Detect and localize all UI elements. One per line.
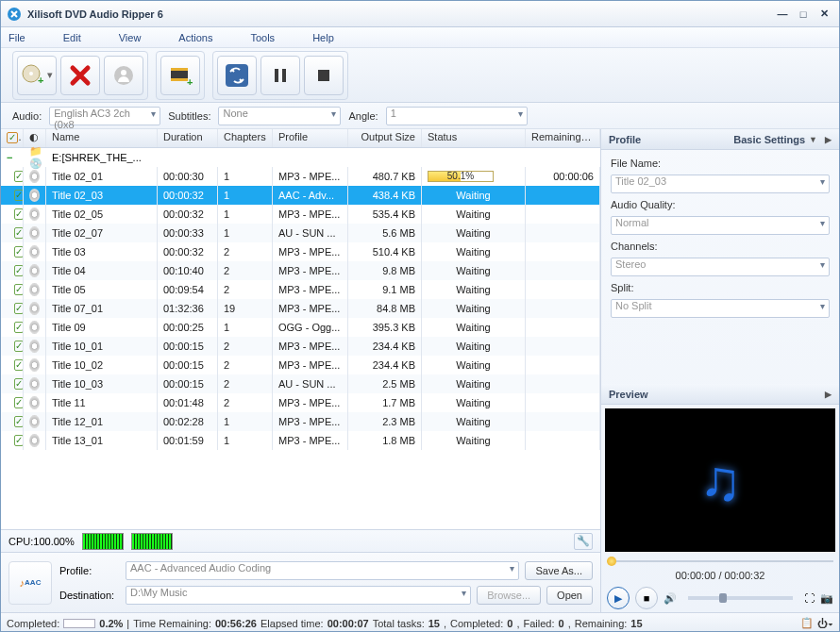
table-row[interactable]: Title 10_0100:00:152MP3 - MPE...234.4 KB… bbox=[1, 337, 600, 356]
browse-button[interactable]: Browse... bbox=[477, 586, 541, 605]
angle-select[interactable]: 1 bbox=[386, 107, 528, 125]
preview-screen[interactable]: ♫ bbox=[605, 408, 835, 552]
row-checkbox[interactable] bbox=[14, 190, 24, 201]
table-row[interactable]: Title 13_0100:01:591MP3 - MPE...1.8 MBWa… bbox=[1, 431, 600, 450]
preview-panel: ♫ 00:00:00 / 00:00:32 ▶ ■ 🔊 ⛶ 📷 bbox=[601, 405, 839, 612]
quality-select[interactable]: Normal bbox=[611, 216, 830, 235]
expand-icon[interactable]: − bbox=[7, 152, 12, 163]
row-checkbox[interactable] bbox=[14, 303, 24, 314]
table-row[interactable]: Title 10_0300:00:152AU - SUN ...2.5 MBWa… bbox=[1, 374, 600, 393]
channels-select[interactable]: Stereo bbox=[611, 258, 830, 276]
minimize-button[interactable]: — bbox=[773, 7, 792, 22]
source-row[interactable]: − 📁 💿 E:[SHREK_THE_... bbox=[1, 148, 600, 167]
collapse-panel-icon[interactable]: ▶ bbox=[825, 135, 832, 144]
table-row[interactable]: Title 0300:00:322MP3 - MPE...510.4 KBWai… bbox=[1, 242, 600, 261]
col-status[interactable]: Status bbox=[422, 129, 526, 147]
user-button[interactable] bbox=[104, 56, 143, 95]
subtitles-select[interactable]: None bbox=[218, 107, 341, 125]
table-row[interactable]: Title 12_0100:02:281MP3 - MPE...2.3 MBWa… bbox=[1, 412, 600, 431]
col-duration[interactable]: Duration bbox=[158, 129, 218, 147]
svg-rect-12 bbox=[282, 69, 286, 82]
row-checkbox[interactable] bbox=[14, 322, 24, 333]
row-checkbox[interactable] bbox=[14, 284, 24, 295]
open-button[interactable]: Open bbox=[546, 586, 593, 605]
row-checkbox[interactable] bbox=[14, 227, 24, 239]
profile-label: Profile: bbox=[59, 565, 120, 576]
play-button[interactable]: ▶ bbox=[607, 587, 630, 609]
snapshot-icon[interactable]: 📷 bbox=[820, 592, 833, 605]
basic-settings-link[interactable]: Basic Settings bbox=[733, 134, 805, 145]
svg-point-5 bbox=[121, 70, 126, 75]
row-checkbox[interactable] bbox=[14, 378, 24, 390]
col-output-size[interactable]: Output Size bbox=[348, 129, 422, 147]
select-all-checkbox[interactable] bbox=[7, 132, 18, 143]
status-tcompleted: 0 bbox=[507, 618, 512, 629]
row-checkbox[interactable] bbox=[14, 359, 24, 371]
destination-select[interactable]: D:\My Music bbox=[126, 586, 471, 605]
cpu-settings-button[interactable]: 🔧 bbox=[574, 533, 593, 550]
close-button[interactable]: ✕ bbox=[815, 7, 833, 22]
preview-seek-slider[interactable] bbox=[607, 556, 833, 567]
volume-icon[interactable]: 🔊 bbox=[664, 592, 677, 605]
titles-grid[interactable]: ◐ Name Duration Chapters Profile Output … bbox=[1, 129, 600, 529]
save-as-button[interactable]: Save As... bbox=[525, 561, 593, 580]
table-row[interactable]: Title 02_0100:00:301MP3 - MPE...480.7 KB… bbox=[1, 167, 600, 186]
cpu-graph-2 bbox=[131, 533, 173, 550]
table-row[interactable]: Title 1100:01:482MP3 - MPE...1.7 MBWaiti… bbox=[1, 393, 600, 412]
row-checkbox[interactable] bbox=[14, 265, 24, 276]
row-checkbox[interactable] bbox=[14, 208, 24, 220]
delete-button[interactable] bbox=[60, 56, 100, 95]
volume-slider[interactable] bbox=[688, 596, 793, 600]
svg-text:+: + bbox=[38, 75, 43, 86]
row-checkbox[interactable] bbox=[14, 341, 24, 352]
power-icon[interactable]: ⏻▾ bbox=[817, 618, 833, 629]
folder-icon: 📁 bbox=[29, 145, 42, 157]
menu-tools[interactable]: Tools bbox=[250, 32, 275, 43]
destination-label: Destination: bbox=[59, 590, 120, 601]
status-progress bbox=[63, 619, 95, 628]
table-row[interactable]: Title 02_0700:00:331AU - SUN ...5.6 MBWa… bbox=[1, 224, 600, 242]
row-checkbox[interactable] bbox=[14, 246, 24, 258]
preview-collapse-icon[interactable]: ▶ bbox=[825, 390, 832, 399]
row-checkbox[interactable] bbox=[14, 435, 24, 446]
menu-help[interactable]: Help bbox=[312, 32, 334, 43]
table-row[interactable]: Title 0500:09:542MP3 - MPE...9.1 MBWaiti… bbox=[1, 280, 600, 299]
pause-button[interactable] bbox=[260, 56, 300, 95]
row-checkbox[interactable] bbox=[14, 416, 24, 427]
status-tcompleted-label: Completed: bbox=[450, 618, 503, 629]
row-checkbox[interactable] bbox=[14, 397, 24, 408]
profile-select[interactable]: AAC - Advanced Audio Coding bbox=[126, 561, 519, 580]
log-icon[interactable]: 📋 bbox=[800, 617, 814, 629]
stop-button[interactable] bbox=[304, 56, 344, 95]
disc-icon bbox=[29, 283, 40, 296]
table-row[interactable]: Title 02_0300:00:321AAC - Adv...438.4 KB… bbox=[1, 186, 600, 205]
convert-button[interactable] bbox=[217, 56, 257, 95]
col-profile[interactable]: Profile bbox=[273, 129, 348, 147]
row-checkbox[interactable] bbox=[14, 171, 24, 182]
table-row[interactable]: Title 0900:00:251OGG - Ogg...395.3 KBWai… bbox=[1, 318, 600, 337]
menu-actions[interactable]: Actions bbox=[178, 32, 212, 43]
menu-file[interactable]: File bbox=[8, 32, 25, 43]
preview-stop-button[interactable]: ■ bbox=[635, 587, 658, 609]
audio-label: Audio: bbox=[12, 110, 42, 122]
col-name[interactable]: Name bbox=[46, 129, 158, 147]
add-disc-button[interactable]: +▾ bbox=[17, 56, 57, 95]
table-row[interactable]: Title 07_0101:32:3619MP3 - MPE...84.8 MB… bbox=[1, 299, 600, 318]
col-remaining[interactable]: Remaining Time bbox=[526, 129, 600, 147]
audio-select[interactable]: English AC3 2ch (0x8 bbox=[49, 107, 160, 125]
dropdown-icon[interactable]: ▼ bbox=[809, 135, 817, 144]
table-row[interactable]: Title 02_0500:00:321MP3 - MPE...535.4 KB… bbox=[1, 205, 600, 224]
fullscreen-icon[interactable]: ⛶ bbox=[804, 592, 815, 604]
status-tasks-label: Total tasks: bbox=[373, 618, 425, 629]
menu-view[interactable]: View bbox=[119, 32, 142, 43]
split-select[interactable]: No Split bbox=[611, 299, 830, 318]
disc-icon bbox=[29, 264, 40, 277]
col-chapters[interactable]: Chapters bbox=[218, 129, 273, 147]
menu-edit[interactable]: Edit bbox=[63, 32, 81, 43]
clip-button[interactable]: + bbox=[160, 56, 200, 95]
filename-field[interactable]: Title 02_03 bbox=[611, 175, 830, 193]
table-row[interactable]: Title 10_0200:00:152MP3 - MPE...234.4 KB… bbox=[1, 356, 600, 374]
table-row[interactable]: Title 0400:10:402MP3 - MPE...9.8 MBWaiti… bbox=[1, 261, 600, 280]
split-label: Split: bbox=[611, 282, 830, 293]
maximize-button[interactable]: □ bbox=[794, 7, 813, 22]
